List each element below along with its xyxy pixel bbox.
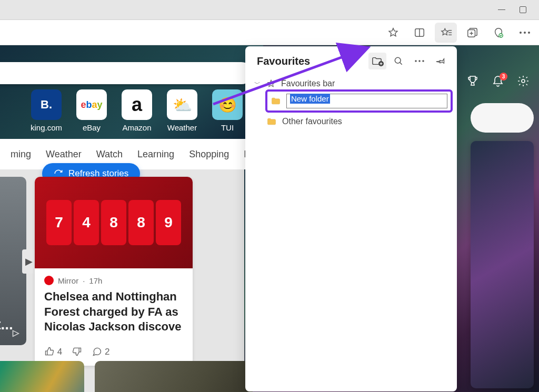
favourites-more-button[interactable] bbox=[411, 53, 428, 69]
favourites-title: Favourites bbox=[257, 55, 365, 67]
carousel-next-button[interactable]: ▶ bbox=[22, 249, 36, 274]
chevron-down-icon: ﹀ bbox=[254, 79, 261, 88]
quick-link-tile[interactable]: Amazon bbox=[119, 89, 155, 132]
news-card[interactable] bbox=[0, 361, 84, 392]
quick-link-tile[interactable]: 😊 TUI bbox=[209, 89, 245, 132]
feed-tab[interactable]: ming bbox=[11, 149, 31, 160]
source-logo-icon bbox=[44, 276, 54, 285]
performance-button[interactable] bbox=[487, 23, 510, 43]
star-outline-icon bbox=[266, 79, 276, 88]
ad-line: e Mfi Certified] bbox=[0, 280, 17, 316]
folder-name-selected-text: New folder bbox=[290, 94, 330, 104]
news-thumbnail: 7 4 8 8 9 bbox=[35, 177, 193, 268]
news-dot: · bbox=[83, 276, 85, 285]
svg-point-18 bbox=[415, 60, 417, 62]
ad-choices-icon[interactable]: ▷ bbox=[13, 328, 19, 338]
comments-count: 2 bbox=[105, 347, 109, 357]
feed-tab[interactable]: Watch bbox=[96, 149, 123, 160]
svg-point-19 bbox=[418, 60, 421, 62]
jersey-icon: 9 bbox=[156, 200, 181, 245]
favourites-bar-folder[interactable]: ﹀ Favourites bar bbox=[252, 76, 451, 92]
content-area: 3 B. king.com ebay eBay bbox=[0, 45, 539, 392]
pin-favourites-button[interactable] bbox=[432, 53, 450, 69]
feed-tab[interactable]: Learning bbox=[137, 149, 174, 160]
new-folder-row[interactable]: New folder bbox=[267, 92, 451, 110]
jersey-icon: 4 bbox=[74, 200, 99, 245]
page-header-actions: 3 bbox=[466, 75, 530, 87]
news-headline: Chelsea and Nottinghan Forest charged by… bbox=[44, 289, 183, 335]
browser-toolbar bbox=[0, 20, 539, 45]
ntp-hero: B. king.com ebay eBay Amazon ⛅ Weather bbox=[0, 45, 263, 139]
folder-icon bbox=[271, 96, 281, 106]
svg-point-12 bbox=[522, 79, 525, 83]
favourites-panel: Favourites bbox=[245, 46, 457, 391]
favourite-star-button[interactable] bbox=[382, 23, 404, 43]
split-screen-button[interactable] bbox=[408, 23, 431, 43]
news-card[interactable]: 7 4 8 8 9 Mirror · 17h Chelsea and Notti… bbox=[35, 177, 193, 366]
feed-thumb-row bbox=[0, 361, 253, 392]
rewards-icon[interactable] bbox=[466, 75, 479, 87]
add-folder-button[interactable] bbox=[368, 53, 386, 69]
feed-tab[interactable]: Weather bbox=[46, 149, 82, 160]
tile-booking-icon: B. bbox=[31, 89, 62, 120]
svg-point-10 bbox=[524, 32, 526, 34]
svg-point-9 bbox=[520, 32, 522, 34]
more-menu-button[interactable] bbox=[514, 23, 536, 43]
dislike-button[interactable] bbox=[72, 346, 82, 357]
tile-label: Weather bbox=[164, 123, 200, 132]
notifications-icon[interactable]: 3 bbox=[492, 75, 504, 87]
quick-link-tile[interactable]: ebay eBay bbox=[74, 89, 109, 132]
window-maximize-button[interactable] bbox=[519, 6, 526, 14]
jersey-icon: 7 bbox=[46, 200, 72, 245]
tile-ebay-icon: ebay bbox=[76, 89, 107, 120]
sidebar-collapsed-pill[interactable] bbox=[471, 103, 534, 133]
news-card[interactable] bbox=[95, 361, 253, 392]
folder-label: Other favourites bbox=[282, 117, 342, 126]
quick-links-row: B. king.com ebay eBay Amazon ⛅ Weather bbox=[0, 89, 245, 132]
notification-badge: 3 bbox=[500, 73, 507, 81]
feed-cards-row: Refresh stories e Mfi Certified] 2.4A Fa… bbox=[0, 169, 263, 366]
news-source: Mirror bbox=[58, 276, 78, 285]
news-age: 17h bbox=[89, 276, 102, 285]
comments-button[interactable]: 2 bbox=[92, 346, 109, 357]
tile-label: TUI bbox=[209, 123, 245, 132]
svg-point-11 bbox=[528, 32, 530, 34]
svg-line-17 bbox=[400, 63, 402, 65]
settings-icon[interactable] bbox=[517, 75, 530, 87]
jersey-icon: 8 bbox=[128, 200, 154, 245]
search-favourites-button[interactable] bbox=[390, 53, 407, 69]
collections-button[interactable] bbox=[461, 23, 483, 43]
tile-weather-icon: ⛅ bbox=[167, 89, 197, 120]
svg-point-20 bbox=[422, 60, 424, 62]
like-button[interactable]: 4 bbox=[44, 346, 62, 357]
tile-label: Amazon bbox=[119, 123, 155, 132]
window-minimize-button[interactable] bbox=[498, 6, 505, 14]
tile-amazon-icon bbox=[122, 89, 152, 120]
quick-link-tile[interactable]: ⛅ Weather bbox=[164, 89, 200, 132]
window-titlebar bbox=[0, 0, 539, 20]
jersey-icon: 8 bbox=[101, 200, 126, 245]
favourites-hub-button[interactable] bbox=[435, 23, 457, 43]
folder-name-input[interactable]: New folder bbox=[286, 94, 447, 108]
favourites-panel-header: Favourites bbox=[245, 46, 457, 75]
favourites-tree: ﹀ Favourites bar New folder ﹀ bbox=[245, 75, 457, 130]
sidebar-preview-card bbox=[471, 141, 534, 388]
tile-label: eBay bbox=[74, 123, 109, 132]
quick-link-tile[interactable]: B. king.com bbox=[28, 89, 64, 132]
tile-label: king.com bbox=[28, 123, 64, 132]
search-box[interactable] bbox=[0, 62, 253, 84]
new-tab-page: B. king.com ebay eBay Amazon ⛅ Weather bbox=[0, 45, 263, 366]
tile-tui-icon: 😊 bbox=[212, 89, 243, 120]
like-count: 4 bbox=[57, 347, 62, 357]
other-favourites-folder[interactable]: ﹀ Other favourites bbox=[252, 114, 451, 129]
folder-label: Favourites bar bbox=[281, 79, 335, 88]
feed-tab[interactable]: Shopping bbox=[189, 149, 229, 160]
folder-icon bbox=[266, 117, 277, 126]
